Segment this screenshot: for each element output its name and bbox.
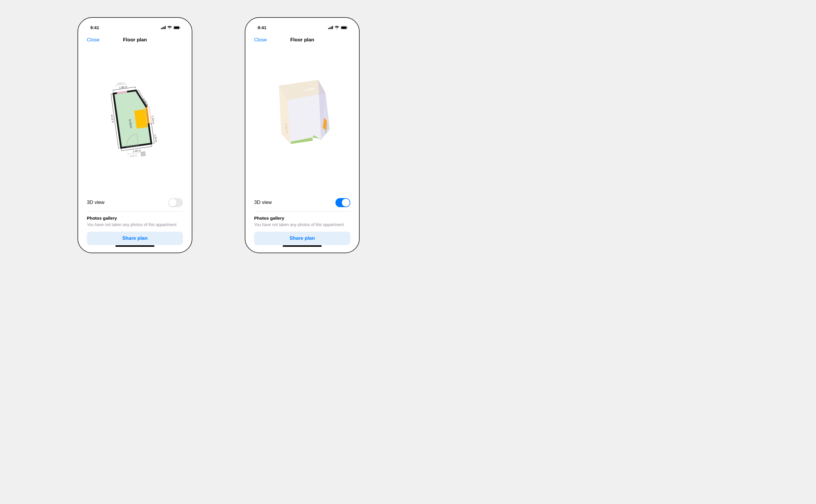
wifi-icon bbox=[167, 26, 172, 29]
dim-label: 4.12 m bbox=[110, 114, 114, 123]
floor-plan-2d: 0,83 m 1.86 m bbox=[100, 75, 170, 165]
phone-mockup-3d: 9:41 Close Floor plan bbox=[245, 17, 359, 253]
status-indicators bbox=[161, 26, 181, 29]
floor-plan-3d: 8.03m 0.84 m 0.84 m bbox=[270, 77, 334, 153]
share-plan-button[interactable]: Share plan bbox=[87, 232, 183, 245]
close-button[interactable]: Close bbox=[254, 37, 267, 43]
status-time: 9:41 bbox=[258, 25, 266, 30]
svg-rect-15 bbox=[332, 26, 333, 29]
controls: 3D view Photos gallery You have not take… bbox=[249, 195, 355, 249]
floor-plan-canvas[interactable]: 0,83 m 1.86 m bbox=[82, 46, 188, 195]
svg-rect-18 bbox=[347, 27, 348, 28]
share-plan-button[interactable]: Share plan bbox=[254, 232, 350, 245]
page-title: Floor plan bbox=[123, 37, 147, 43]
dim-label: 1.24 m bbox=[154, 134, 158, 142]
3d-view-row: 3D view bbox=[254, 195, 350, 212]
content: 8.03m 0.84 m 0.84 m 3D view Photos galle… bbox=[249, 46, 355, 249]
svg-rect-3 bbox=[165, 26, 166, 29]
dim-label: 0,83 m bbox=[117, 82, 125, 85]
svg-rect-1 bbox=[162, 27, 163, 29]
svg-rect-5 bbox=[174, 27, 179, 29]
screen: 9:41 Close Floor plan bbox=[249, 22, 355, 249]
svg-rect-13 bbox=[329, 27, 330, 29]
svg-marker-22 bbox=[288, 93, 325, 144]
battery-icon bbox=[341, 26, 348, 29]
3d-view-row: 3D view bbox=[87, 195, 183, 212]
svg-rect-0 bbox=[161, 28, 162, 29]
svg-rect-12 bbox=[328, 28, 329, 29]
page-title: Floor plan bbox=[290, 37, 314, 43]
svg-rect-14 bbox=[331, 27, 332, 29]
svg-rect-17 bbox=[341, 27, 346, 29]
close-button[interactable]: Close bbox=[87, 37, 99, 43]
screen: 9:41 Close Floor plan bbox=[82, 22, 188, 249]
gallery-empty-text: You have not taken any photos of this ap… bbox=[87, 222, 183, 227]
gallery-title: Photos gallery bbox=[254, 216, 350, 221]
dim-label: 1.33 m bbox=[151, 116, 155, 124]
cellular-icon bbox=[328, 26, 333, 29]
status-bar: 9:41 bbox=[249, 22, 355, 34]
content: 0,83 m 1.86 m bbox=[82, 46, 188, 249]
phone-mockup-2d: 9:41 Close Floor plan bbox=[77, 17, 192, 253]
svg-marker-25 bbox=[312, 138, 320, 145]
svg-rect-2 bbox=[163, 27, 164, 29]
status-time: 9:41 bbox=[90, 25, 99, 30]
dim-label: 2.45 m bbox=[133, 149, 141, 153]
wifi-icon bbox=[334, 26, 339, 29]
dim-label: 0.84 m bbox=[130, 154, 137, 158]
dim-label: 1.86 m bbox=[119, 85, 127, 89]
3d-view-toggle[interactable] bbox=[168, 198, 183, 207]
nav-bar: Close Floor plan bbox=[82, 34, 188, 46]
gallery-empty-text: You have not taken any photos of this ap… bbox=[254, 222, 350, 227]
status-indicators bbox=[328, 26, 348, 29]
svg-rect-6 bbox=[180, 27, 181, 28]
3d-view-label: 3D view bbox=[254, 200, 272, 205]
gallery-title: Photos gallery bbox=[87, 216, 183, 221]
cellular-icon bbox=[161, 26, 166, 29]
home-indicator[interactable] bbox=[115, 245, 154, 247]
svg-rect-11 bbox=[141, 151, 145, 156]
status-bar: 9:41 bbox=[82, 22, 188, 34]
3d-view-label: 3D view bbox=[87, 200, 104, 205]
floor-plan-canvas[interactable]: 8.03m 0.84 m 0.84 m bbox=[249, 46, 355, 195]
nav-bar: Close Floor plan bbox=[249, 34, 355, 46]
battery-icon bbox=[173, 26, 181, 29]
3d-view-toggle[interactable] bbox=[335, 198, 350, 207]
home-indicator[interactable] bbox=[283, 245, 322, 247]
controls: 3D view Photos gallery You have not take… bbox=[82, 195, 188, 249]
